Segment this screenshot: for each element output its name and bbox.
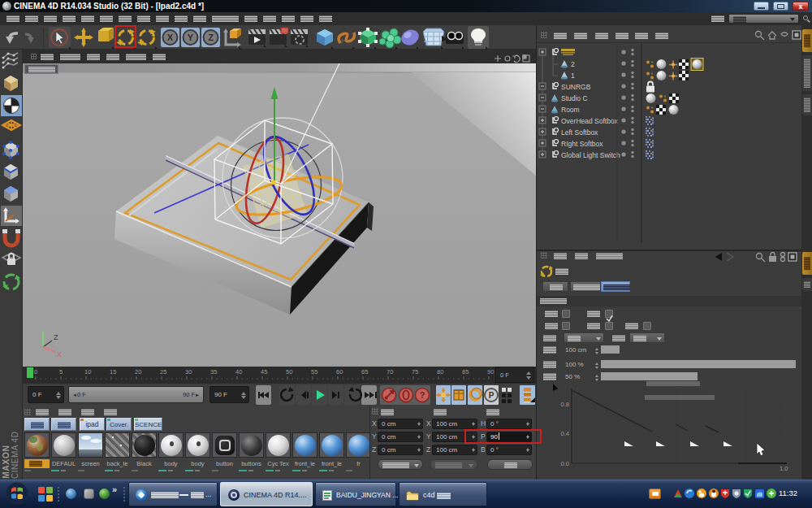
svg-text:0.0: 0.0 <box>561 460 569 467</box>
svg-text:70: 70 <box>387 368 393 376</box>
svg-text:0.8: 0.8 <box>561 401 569 408</box>
svg-text:75: 75 <box>412 368 418 376</box>
svg-text:50: 50 <box>286 368 292 376</box>
svg-text:0: 0 <box>34 368 37 376</box>
svg-text:10: 10 <box>84 368 91 376</box>
svg-text:X: X <box>167 33 174 42</box>
svg-text:5: 5 <box>59 368 63 376</box>
svg-text:35: 35 <box>210 368 217 376</box>
svg-text:2: 2 <box>571 60 575 68</box>
svg-text:Room: Room <box>561 106 580 114</box>
svg-text:Left Softbox: Left Softbox <box>561 128 598 137</box>
svg-text:25: 25 <box>160 368 166 376</box>
svg-text:OverHead Softbox: OverHead Softbox <box>561 117 619 125</box>
svg-text:45: 45 <box>261 368 267 376</box>
svg-text:90: 90 <box>487 368 494 376</box>
svg-text:1.0: 1.0 <box>780 465 788 472</box>
svg-text:SUNRGB: SUNRGB <box>561 83 591 91</box>
svg-text:85: 85 <box>462 368 469 376</box>
svg-text:40: 40 <box>235 368 242 376</box>
svg-text:Global Light Switch: Global Light Switch <box>561 151 620 159</box>
svg-text:Z: Z <box>54 333 58 341</box>
svg-text:?: ? <box>420 390 425 400</box>
svg-text:Studio C: Studio C <box>561 94 588 102</box>
svg-text:15: 15 <box>110 368 116 376</box>
svg-text:65: 65 <box>361 368 368 376</box>
svg-text:P: P <box>489 391 495 400</box>
svg-text:80: 80 <box>437 368 443 376</box>
svg-text:1: 1 <box>571 72 575 80</box>
svg-text:55: 55 <box>311 368 317 376</box>
svg-text:X: X <box>57 350 62 358</box>
svg-text:30: 30 <box>185 368 192 376</box>
svg-text:Z: Z <box>208 33 214 42</box>
svg-text:20: 20 <box>135 368 141 376</box>
svg-text:0.4: 0.4 <box>561 430 569 437</box>
svg-text:RIght Softbox: RIght Softbox <box>561 140 603 148</box>
svg-text:60: 60 <box>336 368 343 376</box>
svg-text:Y: Y <box>188 33 194 42</box>
